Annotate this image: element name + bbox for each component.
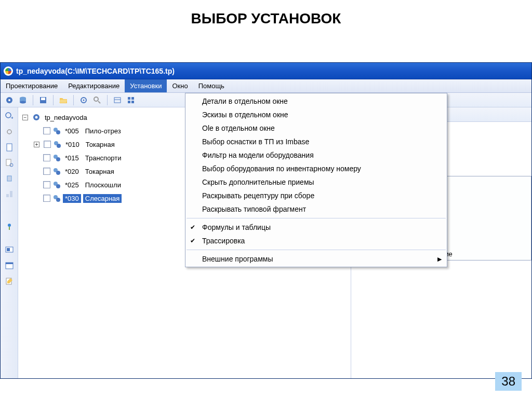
gears-icon <box>52 127 61 135</box>
dd-item-external[interactable]: Внешние программы▶ <box>185 252 447 266</box>
tree-item-num: *030 <box>63 194 81 203</box>
menu-edit[interactable]: Редактирование <box>63 79 125 92</box>
svg-rect-21 <box>7 176 11 181</box>
svg-point-1 <box>8 99 10 101</box>
check-icon: ✔ <box>188 224 198 231</box>
check-icon: ✔ <box>188 237 198 244</box>
expand-icon[interactable]: + <box>34 142 39 147</box>
svg-point-9 <box>94 97 98 101</box>
svg-rect-15 <box>131 101 134 103</box>
tree-blue-icon[interactable] <box>3 221 16 234</box>
separator <box>187 218 446 218</box>
page-icon[interactable] <box>3 141 16 154</box>
titlebar: tp_nedayvoda(C:\IM\TECHCARD\TP\TC165.tp) <box>1 63 531 79</box>
separator <box>187 250 446 250</box>
svg-point-32 <box>35 116 38 119</box>
panel-icon[interactable] <box>112 94 123 106</box>
svg-point-36 <box>57 144 61 148</box>
dd-item[interactable]: Выбор оснастки в ТП из Imbase <box>185 135 447 148</box>
window-title: tp_nedayvoda(C:\IM\TECHCARD\TP\TC165.tp) <box>16 67 175 75</box>
dd-item-formulas[interactable]: ✔Формулы и таблицы <box>185 221 447 234</box>
tree-item-name: Транспорти <box>83 154 124 162</box>
menubar: Проектирование Редактирование Установки … <box>1 79 531 93</box>
checkbox[interactable] <box>44 141 51 148</box>
svg-point-24 <box>8 224 11 227</box>
gear-move-icon[interactable] <box>3 109 16 123</box>
checkbox[interactable] <box>43 181 50 188</box>
svg-point-8 <box>83 99 85 101</box>
dd-item[interactable]: Эскизы в отдельном окне <box>185 108 447 121</box>
svg-rect-23 <box>10 191 12 197</box>
checkbox[interactable] <box>43 168 50 175</box>
tree-item-name: Токарная <box>83 167 116 176</box>
database-icon[interactable] <box>17 94 29 106</box>
screen-icon[interactable] <box>3 243 16 257</box>
tree-item-name: Плоскошли <box>83 181 123 189</box>
folder-open-icon[interactable] <box>58 94 69 106</box>
svg-rect-27 <box>7 248 10 251</box>
tree-item-name: Слесарная <box>83 194 122 203</box>
menu-help[interactable]: Помощь <box>193 79 230 92</box>
gears-icon <box>53 140 61 148</box>
app-icon <box>4 66 13 76</box>
gears-icon <box>52 194 61 202</box>
gears-icon <box>52 167 61 175</box>
checkbox[interactable] <box>43 195 50 202</box>
svg-point-38 <box>56 157 60 161</box>
svg-point-17 <box>7 130 11 134</box>
gear-small-icon[interactable] <box>3 125 16 139</box>
checkbox[interactable] <box>43 154 50 161</box>
settings-dropdown: Детали в отдельном окне Эскизы в отдельн… <box>185 93 447 267</box>
tree-item-num: *010 <box>63 140 82 149</box>
gears-icon <box>52 154 61 162</box>
menu-settings[interactable]: Установки <box>125 79 167 92</box>
edit-icon[interactable] <box>3 275 16 288</box>
svg-point-4 <box>20 101 26 103</box>
left-toolbar <box>1 107 18 378</box>
cylinder-icon[interactable] <box>3 172 16 185</box>
dd-item[interactable]: Фильтр на модели оборудования <box>185 148 447 162</box>
svg-point-42 <box>56 184 60 188</box>
chevron-right-icon: ▶ <box>437 256 442 263</box>
dd-item[interactable]: Выбор оборудования по инвентарному номер… <box>185 162 447 175</box>
collapse-icon[interactable]: − <box>22 115 28 120</box>
svg-rect-6 <box>41 98 45 100</box>
tree-item-num: *020 <box>63 167 81 176</box>
svg-point-16 <box>6 113 11 118</box>
menu-design[interactable]: Проектирование <box>1 79 63 92</box>
dd-item-trace[interactable]: ✔Трассировка <box>185 234 447 248</box>
svg-point-34 <box>56 130 60 134</box>
shapes-icon[interactable] <box>3 187 16 201</box>
svg-rect-12 <box>128 97 130 100</box>
menu-window[interactable]: Окно <box>167 79 193 92</box>
svg-point-40 <box>56 171 60 175</box>
gear-icon <box>32 113 41 121</box>
gear-icon[interactable] <box>78 94 89 106</box>
tree-root-label: tp_nedayvoda <box>43 113 89 122</box>
tool-icon[interactable] <box>4 94 15 106</box>
tree-item-num: *015 <box>63 154 81 162</box>
grid-icon[interactable] <box>125 94 137 106</box>
svg-rect-25 <box>9 227 10 230</box>
tree-item-name: Токарная <box>84 140 117 149</box>
dd-item[interactable]: Скрыть дополнительные приемы <box>185 175 447 189</box>
svg-rect-22 <box>6 194 9 197</box>
svg-rect-14 <box>128 101 130 103</box>
tree-item-num: *025 <box>63 181 81 189</box>
tree-item-name: Пило-отрез <box>83 127 123 135</box>
svg-rect-19 <box>6 159 11 166</box>
gear-arrow-icon[interactable] <box>91 94 103 106</box>
page-gear-icon[interactable] <box>3 156 16 170</box>
dd-item[interactable]: Раскрывать типовой фрагмент <box>185 202 447 216</box>
gears-icon <box>52 181 61 189</box>
dd-item[interactable]: Ole в отдельном окне <box>185 121 447 135</box>
app-window: tp_nedayvoda(C:\IM\TECHCARD\TP\TC165.tp)… <box>0 62 532 379</box>
svg-rect-10 <box>114 98 121 103</box>
checkbox[interactable] <box>43 127 50 134</box>
svg-rect-29 <box>6 263 13 264</box>
svg-rect-18 <box>7 144 12 151</box>
dd-item[interactable]: Детали в отдельном окне <box>185 94 447 108</box>
dd-item[interactable]: Раскрывать рецептуру при сборе <box>185 189 447 202</box>
save-icon[interactable] <box>37 94 49 106</box>
window-icon[interactable] <box>3 259 16 272</box>
